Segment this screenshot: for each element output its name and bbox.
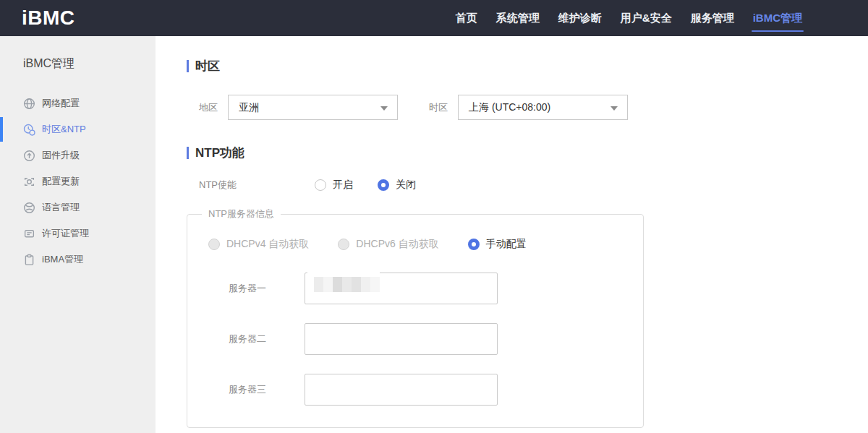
nav-item-service-management[interactable]: 服务管理 bbox=[681, 0, 744, 36]
dhcpv6-auto-radio[interactable]: DHCPv6 自动获取 bbox=[338, 238, 438, 251]
sidebar-item-label: iBMA管理 bbox=[42, 253, 83, 266]
ntp-section-title: NTP功能 bbox=[187, 145, 868, 161]
sidebar-item-license-management[interactable]: 许可证管理 bbox=[0, 220, 156, 246]
chevron-down-icon bbox=[380, 106, 388, 111]
nav-item-ibmc-management[interactable]: iBMC管理 bbox=[744, 0, 812, 36]
sidebar-item-label: 配置更新 bbox=[42, 175, 80, 188]
timezone-section-title: 时区 bbox=[187, 58, 868, 74]
server-two-row: 服务器二 bbox=[187, 323, 643, 355]
language-management-icon bbox=[23, 202, 35, 214]
radio-unselected-icon[interactable] bbox=[315, 179, 326, 191]
server-one-label: 服务器一 bbox=[229, 282, 305, 295]
server-one-input[interactable] bbox=[305, 273, 498, 304]
ntp-enable-label: NTP使能 bbox=[199, 179, 315, 192]
nav-item-maintenance-diagnosis[interactable]: 维护诊断 bbox=[549, 0, 611, 36]
sidebar-item-label: 网络配置 bbox=[42, 97, 80, 110]
timezone-label: 时区 bbox=[429, 101, 448, 114]
server-three-label: 服务器三 bbox=[229, 383, 305, 396]
sidebar-item-config-update[interactable]: 配置更新 bbox=[0, 168, 156, 194]
sidebar-item-label: 固件升级 bbox=[42, 149, 80, 162]
network-config-icon bbox=[23, 98, 35, 110]
sidebar-item-label: 时区&NTP bbox=[42, 123, 86, 136]
ntp-server-group-legend: NTP服务器信息 bbox=[202, 207, 281, 220]
sidebar: iBMC管理 网络配置 时区&NTP 固件升级 配置更新 语言管理 许 bbox=[0, 36, 156, 433]
ntp-mode-row: DHCPv4 自动获取 DHCPv6 自动获取 手动配置 bbox=[187, 238, 643, 251]
manual-config-radio[interactable]: 手动配置 bbox=[468, 238, 527, 251]
chevron-down-icon bbox=[610, 106, 618, 111]
ibma-management-icon bbox=[23, 254, 35, 266]
nav-item-user-security[interactable]: 用户&安全 bbox=[611, 0, 681, 36]
region-label: 地区 bbox=[199, 101, 218, 114]
dhcpv4-auto-radio[interactable]: DHCPv4 自动获取 bbox=[208, 238, 309, 251]
timezone-ntp-icon bbox=[23, 124, 35, 136]
main-content: 时区 地区 亚洲 时区 上海 (UTC+08:00) NTP功能 NTP使能 开… bbox=[156, 36, 868, 433]
ibmc-logo: iBMC bbox=[22, 7, 75, 30]
top-nav-menu: 首页 系统管理 维护诊断 用户&安全 服务管理 iBMC管理 bbox=[446, 0, 812, 36]
ntp-enable-on-radio[interactable]: 开启 bbox=[315, 179, 353, 192]
server-three-row: 服务器三 bbox=[187, 374, 643, 406]
section-accent-bar bbox=[187, 60, 189, 72]
radio-selected-icon[interactable] bbox=[378, 179, 389, 191]
ntp-enable-row: NTP使能 开启 关闭 bbox=[187, 179, 868, 192]
ntp-enable-off-radio[interactable]: 关闭 bbox=[378, 179, 416, 192]
region-select[interactable]: 亚洲 bbox=[228, 95, 398, 120]
sidebar-item-label: 语言管理 bbox=[42, 201, 80, 214]
sidebar-item-ibma-management[interactable]: iBMA管理 bbox=[0, 246, 156, 273]
top-navbar: iBMC 首页 系统管理 维护诊断 用户&安全 服务管理 iBMC管理 bbox=[0, 0, 868, 36]
radio-disabled-icon[interactable] bbox=[338, 239, 349, 250]
sidebar-item-firmware-upgrade[interactable]: 固件升级 bbox=[0, 142, 156, 168]
server-two-label: 服务器二 bbox=[229, 333, 305, 346]
sidebar-title: iBMC管理 bbox=[0, 36, 156, 72]
timezone-form-row: 地区 亚洲 时区 上海 (UTC+08:00) bbox=[187, 95, 868, 120]
sidebar-item-label: 许可证管理 bbox=[42, 227, 89, 240]
timezone-select[interactable]: 上海 (UTC+08:00) bbox=[458, 95, 628, 120]
sidebar-item-language-management[interactable]: 语言管理 bbox=[0, 194, 156, 220]
server-two-input[interactable] bbox=[305, 323, 498, 355]
license-management-icon bbox=[23, 228, 35, 240]
config-update-icon bbox=[23, 176, 35, 188]
sidebar-item-network-config[interactable]: 网络配置 bbox=[0, 90, 156, 116]
server-three-input[interactable] bbox=[305, 374, 498, 406]
radio-selected-icon[interactable] bbox=[468, 239, 480, 250]
firmware-upgrade-icon bbox=[23, 150, 35, 162]
nav-item-home[interactable]: 首页 bbox=[446, 0, 487, 36]
nav-item-system-management[interactable]: 系统管理 bbox=[487, 0, 549, 36]
section-accent-bar bbox=[187, 147, 189, 159]
ntp-server-group: NTP服务器信息 DHCPv4 自动获取 DHCPv6 自动获取 手动配置 服务… bbox=[187, 207, 644, 428]
sidebar-item-timezone-ntp[interactable]: 时区&NTP bbox=[0, 116, 156, 142]
radio-disabled-icon[interactable] bbox=[208, 239, 220, 250]
server-one-row: 服务器一 bbox=[187, 273, 643, 304]
